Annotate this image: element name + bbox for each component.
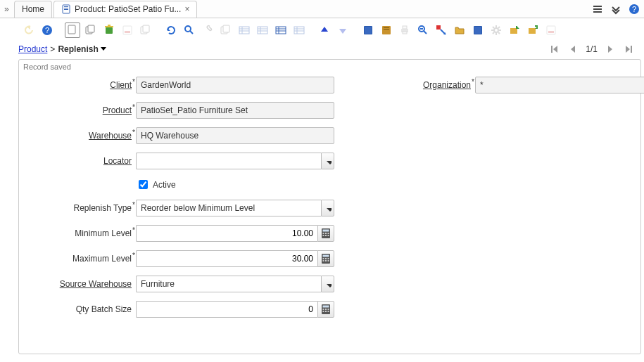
parent-icon[interactable] — [317, 22, 332, 38]
minimum-level-calc-button[interactable] — [317, 225, 334, 242]
organization-field: * — [475, 77, 644, 93]
tab-product[interactable]: Product: PatioSet Patio Fu... × — [53, 1, 197, 18]
customize-icon[interactable] — [255, 22, 270, 38]
label-product[interactable]: Product* — [23, 105, 136, 115]
warehouse-field: HQ Warehouse — [136, 127, 334, 144]
tab-home-label: Home — [22, 4, 44, 14]
prev-record-icon[interactable] — [567, 44, 579, 55]
source-warehouse-field[interactable]: Furniture — [136, 276, 321, 292]
source-warehouse-dropdown-button[interactable] — [321, 276, 334, 292]
first-record-icon[interactable] — [549, 44, 560, 55]
status-message: Record saved — [19, 60, 640, 74]
last-record-icon[interactable] — [623, 44, 634, 55]
form-panel: Record saved Client* GardenWorld Organiz… — [18, 59, 641, 354]
qty-batch-size-calc-button[interactable] — [317, 301, 334, 318]
next-record-icon[interactable] — [605, 44, 616, 55]
collapse-icon[interactable] — [610, 4, 621, 15]
menu-icon[interactable] — [592, 4, 603, 15]
label-minimum-level: Minimum Level* — [23, 228, 136, 238]
delete-icon[interactable] — [101, 22, 117, 38]
replenish-type-dropdown-button[interactable] — [321, 200, 334, 216]
tab-close-icon[interactable]: × — [184, 4, 189, 14]
refresh-icon[interactable] — [163, 22, 179, 38]
csv-import-icon[interactable] — [543, 22, 559, 38]
process-icon[interactable] — [291, 22, 307, 38]
label-qty-batch-size: Qty Batch Size — [23, 304, 136, 314]
maximum-level-calc-button[interactable] — [317, 250, 334, 267]
locator-field[interactable] — [136, 153, 321, 169]
active-workflows-icon[interactable] — [434, 22, 449, 38]
breadcrumb: Product > Replenish — [18, 44, 107, 54]
breadcrumb-separator: > — [50, 44, 55, 54]
active-checkbox[interactable]: Active — [136, 178, 334, 191]
label-maximum-level: Maximum Level* — [23, 254, 136, 264]
attachment-icon[interactable] — [200, 22, 215, 38]
qty-batch-size-field[interactable] — [136, 301, 317, 318]
help-toolbar-icon[interactable] — [39, 22, 55, 38]
label-client[interactable]: Client* — [23, 80, 136, 90]
maximum-level-field[interactable] — [136, 250, 317, 267]
save-create-icon[interactable] — [138, 22, 153, 38]
breadcrumb-product-link[interactable]: Product — [18, 44, 47, 54]
label-organization[interactable]: Organization* — [377, 80, 475, 90]
history-icon[interactable] — [273, 22, 289, 38]
search-icon[interactable] — [182, 22, 197, 38]
detail-icon[interactable] — [335, 22, 351, 38]
label-locator[interactable]: Locator — [23, 156, 136, 166]
help-icon[interactable] — [629, 4, 640, 15]
label-source-warehouse[interactable]: Source Warehouse — [23, 279, 136, 289]
import-icon[interactable] — [525, 22, 541, 38]
archive-icon[interactable] — [379, 22, 394, 38]
label-warehouse[interactable]: Warehouse* — [23, 131, 136, 141]
zoom-across-icon[interactable] — [415, 22, 431, 38]
chat-icon[interactable] — [218, 22, 234, 38]
save-icon[interactable] — [120, 22, 135, 38]
toolbar — [0, 18, 644, 41]
undo-icon[interactable] — [21, 22, 37, 38]
locator-dropdown-button[interactable] — [321, 153, 334, 169]
requests-icon[interactable] — [452, 22, 467, 38]
active-checkbox-label: Active — [153, 180, 176, 190]
tab-product-label: Product: PatioSet Patio Fu... — [75, 4, 181, 14]
active-checkbox-input[interactable] — [139, 180, 148, 189]
export-icon[interactable] — [507, 22, 522, 38]
minimum-level-field[interactable] — [136, 225, 317, 242]
product-info-icon[interactable] — [470, 22, 486, 38]
document-icon — [61, 4, 71, 14]
gear-icon[interactable] — [488, 22, 504, 38]
print-icon[interactable] — [397, 22, 412, 38]
record-counter: 1/1 — [586, 44, 598, 54]
label-replenish-type: Replenish Type* — [23, 203, 136, 213]
product-field: PatioSet_Patio Furniture Set — [136, 102, 334, 119]
client-field: GardenWorld — [136, 77, 334, 93]
tab-home[interactable]: Home — [14, 1, 52, 18]
copy-icon[interactable] — [83, 22, 99, 38]
toggle-grid-icon[interactable] — [236, 22, 252, 38]
replenish-type-field[interactable]: Reorder below Minimum Level — [136, 200, 321, 216]
expand-panel-icon[interactable]: » — [4, 4, 14, 14]
report-icon[interactable] — [360, 22, 376, 38]
breadcrumb-current[interactable]: Replenish — [58, 44, 106, 54]
new-icon[interactable] — [65, 22, 80, 38]
